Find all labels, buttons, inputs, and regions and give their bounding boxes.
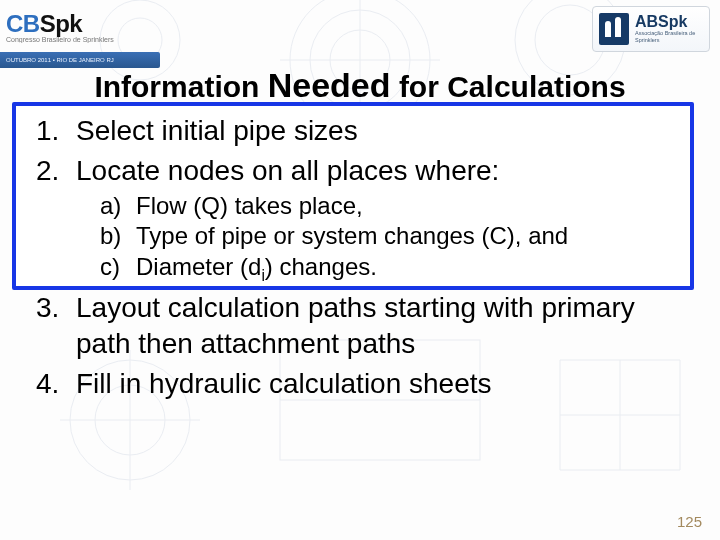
logo-cbspk-text: CBSpk <box>6 13 156 35</box>
list-item-text: Select initial pipe sizes <box>76 115 358 146</box>
logo-prefix: CB <box>6 10 40 37</box>
list-item: Select initial pipe sizes <box>28 113 692 149</box>
logo-suffix: Spk <box>40 10 83 37</box>
sub-list-text: Flow (Q) takes place, <box>136 192 363 219</box>
slide-body: Information Needed for Calculations comp… <box>0 62 720 540</box>
list-item: Fill in hydraulic calculation sheets <box>28 366 692 402</box>
sub-list-item: Type of pipe or system changes (C), and <box>100 221 692 252</box>
list-item-text: Fill in hydraulic calculation sheets <box>76 368 492 399</box>
logo-cbspk: CBSpk Congresso Brasileiro de Sprinklers <box>6 4 156 52</box>
footer-watermark-icon <box>4 520 58 538</box>
sub-list-item: Flow (Q) takes place, <box>100 191 692 222</box>
main-list: Select initial pipe sizes Locate nodes o… <box>28 113 692 401</box>
list-item-text: Layout calculation paths starting with p… <box>76 292 635 359</box>
sub-list: Flow (Q) takes place, Type of pipe or sy… <box>100 191 692 286</box>
list-item: Locate nodes on all places where: Flow (… <box>28 153 692 286</box>
title-after: for Calculations <box>391 70 626 103</box>
page-number: 125 <box>677 513 702 530</box>
sub-list-item: Diameter (di) changes. <box>100 252 692 286</box>
logo-abspk: ABSpk Associação Brasileira de Sprinkler… <box>592 6 710 52</box>
list-item: Layout calculation paths starting with p… <box>28 290 692 362</box>
slide-title: Information Needed for Calculations <box>28 66 692 105</box>
header: CBSpk Congresso Brasileiro de Sprinklers… <box>0 0 720 58</box>
list-item-text: Locate nodes on all places where: <box>76 155 499 186</box>
logo-abspk-tagline: Associação Brasileira de Sprinklers <box>635 30 703 44</box>
logo-cbspk-subtitle: Congresso Brasileiro de Sprinklers <box>6 36 156 43</box>
title-emph: Needed <box>268 66 391 104</box>
logo-abspk-brand: ABSpk <box>635 14 703 29</box>
sub-list-text: Type of pipe or system changes (C), and <box>136 222 568 249</box>
title-before: Information <box>94 70 267 103</box>
abspk-icon <box>599 13 629 45</box>
sub-list-text: Diameter (di) changes. <box>136 253 377 280</box>
